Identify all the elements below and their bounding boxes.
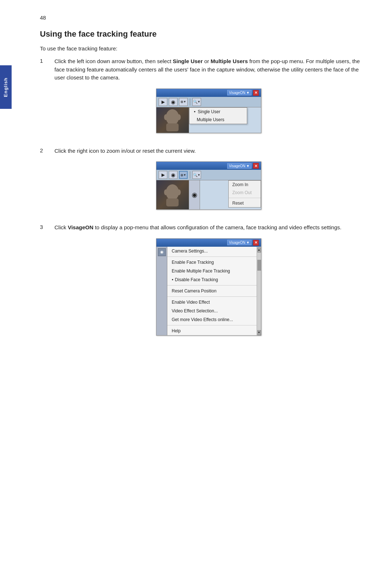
dropdown-multiple-users[interactable]: Multiple Users — [189, 116, 247, 124]
zoom-out-item[interactable]: Zoom Out — [229, 189, 261, 197]
menu-get-more-video-effects[interactable]: Get more Video Effects online... — [167, 315, 257, 324]
step-1-text: Click the left icon down arrow button, t… — [54, 57, 363, 82]
sidebar-english-label: English — [0, 65, 12, 109]
close-btn-2[interactable]: ✕ — [253, 163, 259, 169]
menu-enable-face-tracking[interactable]: Enable Face Tracking — [167, 258, 257, 267]
reset-item[interactable]: Reset — [229, 199, 261, 207]
dropdown-arrow-1: ▼ — [246, 91, 250, 95]
zoom-btn-1[interactable]: ⊕▼ — [179, 98, 188, 106]
zoom-sep — [229, 198, 261, 198]
main-content: 48 Using the face tracking feature To us… — [18, 0, 392, 371]
face-preview-2 — [163, 183, 183, 207]
visageon-window-3: VisageON ▼ ✕ ◉ — [156, 238, 261, 336]
close-btn-1[interactable]: ✕ — [253, 90, 259, 96]
menu-sep-4 — [167, 325, 257, 325]
camera-btn-2[interactable]: ◉ — [169, 171, 177, 179]
big-menu: Camera Settings... Enable Face Tracking … — [167, 247, 257, 335]
page-number: 48 — [40, 15, 363, 21]
visageon-title-1: VisageON — [229, 91, 245, 95]
dropdown-menu-1: Single User Multiple Users — [189, 107, 247, 124]
titlebar-1: VisageON ▼ ✕ — [156, 89, 261, 97]
dropdown-arrow-3: ▼ — [246, 241, 250, 245]
titlebar-2: VisageON ▼ ✕ — [156, 162, 261, 170]
visageon-title-2: VisageON — [229, 164, 245, 168]
menu-enable-multiple-face-tracking[interactable]: Enable Multiple Face Tracking — [167, 267, 257, 275]
svg-rect-5 — [166, 198, 179, 206]
titlebar-1-right: VisageON ▼ ✕ — [227, 90, 259, 96]
preview-1 — [156, 107, 189, 133]
camera-btn-1[interactable]: ◉ — [169, 98, 177, 106]
dropdown-arrow-2: ▼ — [246, 164, 250, 168]
camera-icon-left: ◉ — [158, 248, 166, 256]
step-3-text: Click VisageON to display a pop-menu tha… — [54, 223, 363, 232]
menu-help[interactable]: Help — [167, 327, 257, 335]
scroll-up-btn[interactable]: ▲ — [257, 247, 261, 253]
zoom-in-item[interactable]: Zoom In — [229, 181, 261, 189]
step-1-number: 1 — [40, 57, 54, 64]
step-3-content: Click VisageON to display a pop-menu tha… — [54, 223, 363, 339]
section-title: Using the face tracking feature — [40, 29, 363, 39]
visageon-dropdown-btn-1[interactable]: VisageON ▼ — [227, 90, 252, 95]
win-body-1: Single User Multiple Users cer — [156, 107, 261, 133]
intro-text: To use the face tracking feature: — [40, 45, 363, 52]
svg-rect-1 — [166, 123, 179, 131]
dropdown-single-user[interactable]: Single User — [189, 108, 247, 116]
menu-video-effect-selection[interactable]: Video Effect Selection... — [167, 307, 257, 315]
close-btn-3[interactable]: ✕ — [253, 240, 259, 246]
zoom-group-btn[interactable]: ⊕▼ — [179, 171, 188, 179]
menu-camera-settings[interactable]: Camera Settings... — [167, 247, 257, 255]
face-preview-1 — [163, 108, 183, 132]
scroll-down-btn[interactable]: ▼ — [257, 330, 261, 335]
menu-sep-2 — [167, 285, 257, 286]
titlebar-3: VisageON ▼ ✕ — [156, 239, 261, 247]
toolbar-2: ▶ ◉ ⊕▼ 🔍▼ — [156, 170, 261, 180]
face-icon-btn[interactable]: ◉ — [189, 180, 200, 209]
step-2-content: Click the right icon to zoom in/out or r… — [54, 147, 363, 214]
scrollbar-thumb[interactable] — [257, 260, 261, 271]
step-2-number: 2 — [40, 147, 54, 153]
win-body-2: ◉ Zoom In Zoom Out Reset — [156, 180, 261, 209]
step-3-number: 3 — [40, 223, 54, 230]
visageon-window-2: VisageON ▼ ✕ ▶ ◉ ⊕▼ — [156, 161, 261, 210]
visageon-dropdown-btn-2[interactable]: VisageON ▼ — [227, 163, 252, 169]
preview-2 — [156, 180, 189, 209]
menu-reset-camera-position[interactable]: Reset Camera Position — [167, 287, 257, 295]
step-2-text: Click the right icon to zoom in/out or r… — [54, 147, 363, 155]
step-2: 2 Click the right icon to zoom in/out or… — [40, 147, 363, 214]
step-3: 3 Click VisageON to display a pop-menu t… — [40, 223, 363, 339]
play-btn-2[interactable]: ▶ — [159, 171, 167, 179]
screenshot-2-container: VisageON ▼ ✕ ▶ ◉ ⊕▼ — [54, 161, 363, 210]
steps-list: 1 Click the left icon down arrow button,… — [40, 57, 363, 339]
svg-point-0 — [166, 109, 179, 125]
play-btn-1[interactable]: ▶ — [159, 98, 167, 106]
zoom-dropdown: Zoom In Zoom Out Reset — [228, 180, 261, 208]
visageon-dropdown-btn-3[interactable]: VisageON ▼ — [227, 240, 252, 245]
toolbar-1: ▶ ◉ ⊕▼ 🔍▼ — [156, 97, 261, 107]
sidebar-label-text: English — [3, 77, 9, 97]
settings-btn-1[interactable]: 🔍▼ — [192, 98, 201, 106]
step-1: 1 Click the left icon down arrow button,… — [40, 57, 363, 137]
settings-btn-2[interactable]: 🔍▼ — [192, 171, 201, 179]
big-win-left: ◉ — [156, 247, 167, 335]
visageon-window-1: VisageON ▼ ✕ ▶ ◉ ⊕▼ — [156, 89, 261, 133]
svg-point-2 — [164, 114, 168, 120]
big-win-body: ◉ Camera Settings... Enable Face Trackin… — [156, 247, 261, 335]
screenshot-3-container: VisageON ▼ ✕ ◉ — [54, 238, 363, 336]
sep-2 — [190, 171, 190, 179]
titlebar-3-right: VisageON ▼ ✕ — [227, 240, 259, 246]
menu-sep-1 — [167, 257, 257, 257]
visageon-title-3: VisageON — [229, 241, 245, 245]
menu-sep-3 — [167, 296, 257, 297]
sep-1 — [190, 98, 190, 106]
menu-disable-face-tracking[interactable]: Disable Face Tracking — [167, 275, 257, 284]
big-win-scrollbar[interactable]: ▲ ▼ — [257, 247, 261, 335]
step-1-content: Click the left icon down arrow button, t… — [54, 57, 363, 137]
svg-point-7 — [177, 189, 181, 195]
menu-enable-video-effect[interactable]: Enable Video Effect — [167, 298, 257, 307]
svg-point-4 — [166, 184, 179, 200]
svg-point-6 — [164, 189, 168, 195]
svg-point-3 — [177, 114, 181, 120]
titlebar-2-right: VisageON ▼ ✕ — [227, 163, 259, 169]
screenshot-1-container: VisageON ▼ ✕ ▶ ◉ ⊕▼ — [54, 89, 363, 133]
